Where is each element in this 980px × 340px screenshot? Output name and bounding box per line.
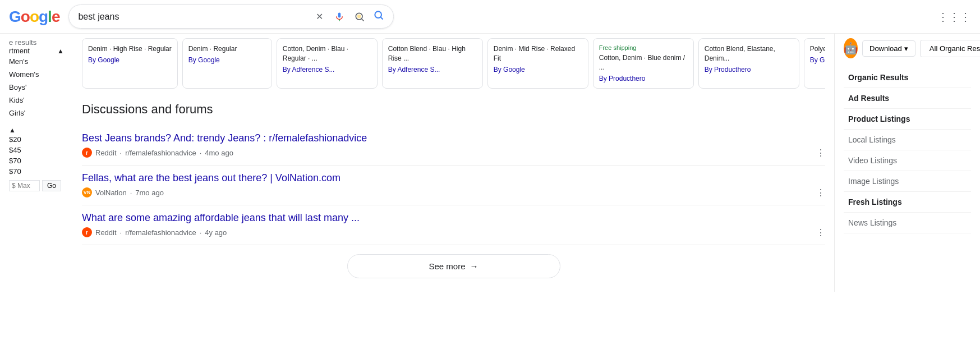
- discussion-link-2[interactable]: What are some amazing affordable jeans t…: [82, 212, 825, 224]
- search-input[interactable]: [78, 12, 308, 22]
- robot-icon: 🤖: [844, 38, 858, 58]
- product-source-2[interactable]: By Adference S...: [283, 66, 371, 73]
- discussion-item-1: Fellas, what are the best jeans out ther…: [82, 166, 825, 205]
- right-nav-organic-results[interactable]: Organic Results: [844, 67, 971, 88]
- discussion-meta-1: VN VolNation · 7mo ago ⋮: [82, 187, 825, 198]
- product-material-5: Cotton, Denim · Blue denim / ...: [599, 53, 688, 72]
- more-options-2[interactable]: ⋮: [816, 227, 825, 238]
- subreddit-2[interactable]: r/femalefashionadvice: [125, 228, 196, 237]
- source-label-0: Reddit: [95, 149, 117, 157]
- right-nav-news-listings[interactable]: News Listings: [844, 213, 971, 233]
- product-card-7[interactable]: Polyester, Denim · High Rise By Google: [804, 38, 825, 89]
- svg-point-4: [357, 14, 361, 18]
- product-source-0[interactable]: By Google: [88, 56, 172, 64]
- discussions-title: Discussions and forums: [82, 102, 825, 117]
- subreddit-0[interactable]: r/femalefashionadvice: [125, 149, 196, 157]
- reddit-icon-2: r: [82, 227, 92, 237]
- product-card-6[interactable]: Cotton Blend, Elastane, Denim... By Prod…: [698, 38, 799, 89]
- discussion-item-2: What are some amazing affordable jeans t…: [82, 205, 825, 245]
- product-material-7: Polyester, Denim · High Rise: [810, 44, 825, 54]
- separator-time-2: ·: [200, 228, 202, 237]
- product-source-1[interactable]: By Google: [188, 56, 266, 64]
- more-options-0[interactable]: ⋮: [816, 148, 825, 158]
- time-1: 7mo ago: [135, 189, 164, 197]
- lens-icon[interactable]: [353, 10, 366, 24]
- header: Google ✕: [0, 0, 980, 34]
- department-chevron: ▲: [57, 47, 64, 55]
- clear-icon[interactable]: ✕: [312, 10, 326, 24]
- product-material-4: Denim · Mid Rise · Relaxed Fit: [494, 44, 582, 63]
- discussion-link-0[interactable]: Best Jeans brands? And: trendy Jeans? : …: [82, 132, 825, 144]
- microphone-icon[interactable]: [333, 10, 346, 24]
- product-card-1[interactable]: Denim · Regular By Google: [182, 38, 272, 89]
- price-45[interactable]: $45: [9, 145, 64, 155]
- apps-icon[interactable]: ⋮⋮⋮: [937, 10, 971, 24]
- content-area: Denim · High Rise · Regular By Google De…: [73, 34, 834, 292]
- product-card-5[interactable]: Free shipping Cotton, Denim · Blue denim…: [593, 38, 694, 89]
- sidebar-item-mens[interactable]: Men's: [9, 55, 64, 68]
- download-chevron: ▾: [904, 44, 908, 53]
- product-card-0[interactable]: Denim · High Rise · Regular By Google: [82, 38, 178, 89]
- search-icons: ✕: [312, 10, 384, 24]
- price-chevron: ▲: [9, 126, 16, 134]
- price-70b[interactable]: $70: [9, 166, 64, 177]
- discussion-item-0: Best Jeans brands? And: trendy Jeans? : …: [82, 126, 825, 166]
- product-card-4[interactable]: Denim · Mid Rise · Relaxed Fit By Google: [487, 38, 588, 89]
- see-more-button[interactable]: See more →: [347, 254, 560, 278]
- right-nav-product-listings[interactable]: Product Listings: [844, 109, 971, 130]
- download-label: Download: [869, 44, 902, 53]
- svg-line-6: [381, 17, 383, 20]
- product-source-5[interactable]: By Producthero: [599, 75, 688, 82]
- right-nav-video-listings[interactable]: Video Listings: [844, 150, 971, 171]
- sidebar-item-womens[interactable]: Women's: [9, 68, 64, 81]
- svg-line-3: [362, 19, 364, 21]
- product-source-4[interactable]: By Google: [494, 66, 582, 73]
- right-nav-local-listings[interactable]: Local Listings: [844, 130, 971, 150]
- product-source-7[interactable]: By Google: [810, 56, 825, 64]
- svg-point-5: [375, 11, 382, 18]
- discussion-link-1[interactable]: Fellas, what are the best jeans out ther…: [82, 172, 825, 184]
- product-source-3[interactable]: By Adference S...: [388, 66, 477, 73]
- source-label-1: VolNation: [95, 189, 127, 197]
- separator-time-1: ·: [130, 189, 132, 197]
- price-20[interactable]: $20: [9, 134, 64, 145]
- time-2: 4y ago: [205, 228, 227, 237]
- separator-2: ·: [120, 228, 122, 237]
- department-title[interactable]: rtment ▲: [9, 47, 64, 55]
- product-card-3[interactable]: Cotton Blend · Blau · High Rise ... By A…: [382, 38, 483, 89]
- sidebar-item-boys[interactable]: Boys': [9, 81, 64, 94]
- organic-results-select[interactable]: All Organic Results: [920, 40, 980, 57]
- source-label-2: Reddit: [95, 228, 117, 237]
- right-nav-ad-results[interactable]: Ad Results: [844, 88, 971, 109]
- sidebar-left: e results rtment ▲ Men's Women's Boys' K…: [0, 34, 73, 292]
- price-max-input[interactable]: [9, 180, 40, 191]
- time-0: 4mo ago: [205, 149, 233, 157]
- product-material-3: Cotton Blend · Blau · High Rise ...: [388, 44, 477, 63]
- right-nav-fresh-listings[interactable]: Fresh Listings: [844, 192, 971, 213]
- product-material-1: Denim · Regular: [188, 44, 266, 54]
- more-options-1[interactable]: ⋮: [816, 187, 825, 198]
- reddit-icon-0: r: [82, 148, 92, 158]
- discussion-meta-2: r Reddit · r/femalefashionadvice · 4y ag…: [82, 227, 825, 238]
- product-material-6: Cotton Blend, Elastane, Denim...: [705, 44, 793, 63]
- google-logo: Google: [9, 8, 59, 26]
- price-collapse[interactable]: ▲: [9, 126, 64, 134]
- price-go-button[interactable]: Go: [42, 180, 61, 191]
- download-button[interactable]: Download ▾: [862, 40, 915, 57]
- discussion-meta-0: r Reddit · r/femalefashionadvice · 4mo a…: [82, 148, 825, 158]
- separator-0: ·: [120, 149, 122, 157]
- price-70a[interactable]: $70: [9, 155, 64, 166]
- main-content: e results rtment ▲ Men's Women's Boys' K…: [0, 34, 980, 292]
- results-partial-text: e results: [9, 38, 64, 47]
- vn-icon-1: VN: [82, 187, 92, 197]
- price-range-row: Go: [9, 180, 64, 191]
- right-sidebar-header: 🤖 Download ▾ All Organic Results: [844, 38, 971, 58]
- sidebar-item-kids[interactable]: Kids': [9, 94, 64, 107]
- search-button[interactable]: [373, 10, 384, 24]
- sidebar-item-girls[interactable]: Girls': [9, 107, 64, 120]
- product-card-2[interactable]: Cotton, Denim · Blau · Regular · ... By …: [277, 38, 378, 89]
- right-nav-image-listings[interactable]: Image Listings: [844, 171, 971, 192]
- product-source-6[interactable]: By Producthero: [705, 66, 793, 73]
- free-shipping-5: Free shipping: [599, 44, 688, 51]
- search-bar: ✕: [68, 4, 394, 29]
